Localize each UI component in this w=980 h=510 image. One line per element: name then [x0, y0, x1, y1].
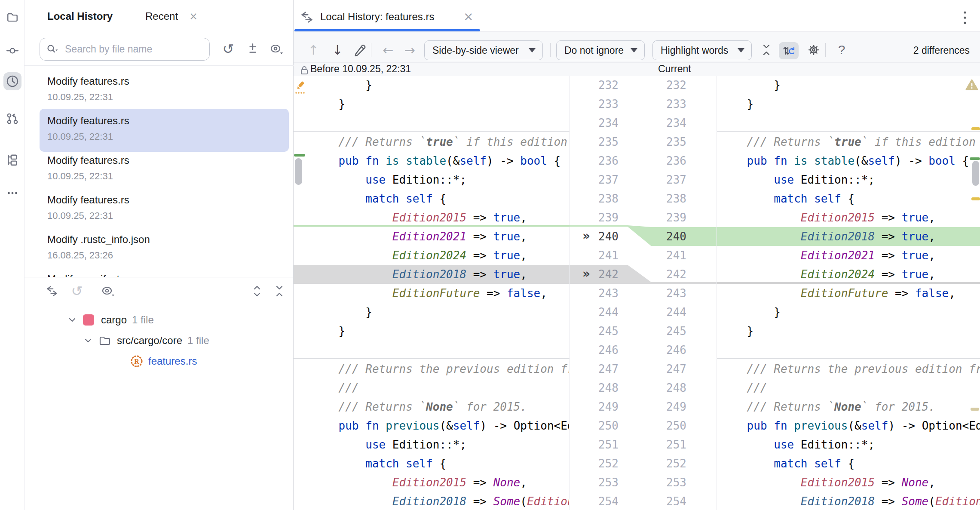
kebab-menu-icon[interactable]	[962, 10, 968, 28]
code-line: use Edition::*;	[717, 170, 980, 189]
tree-row[interactable]: cargo1 file	[67, 310, 154, 330]
toolbar-divider	[550, 43, 551, 57]
tab-local-history[interactable]: Local History	[47, 10, 113, 22]
ignore-policy-dropdown[interactable]: Do not ignore	[556, 40, 645, 60]
collapse-unchanged-icon[interactable]	[758, 41, 775, 58]
forward-icon[interactable]: →	[401, 41, 418, 58]
code-line: /// Returns `true` if this edition is st…	[294, 132, 569, 151]
search-placeholder: Search by file name	[65, 43, 152, 55]
line-number: 254	[658, 492, 686, 510]
right-scrollbar-thumb[interactable]	[972, 161, 979, 186]
before-code-pane[interactable]: } } /// Returns `true` if this edition i…	[294, 76, 570, 510]
viewer-mode-dropdown[interactable]: Side-by-side viewer	[424, 40, 543, 60]
back-icon[interactable]: ←	[380, 41, 397, 58]
change-stripe-green[interactable]	[294, 154, 305, 157]
tree-label: cargo	[101, 314, 127, 326]
code-line: use Edition::*;	[717, 435, 980, 454]
local-history-icon[interactable]	[3, 72, 21, 90]
apply-change-chevron[interactable]: »	[582, 265, 595, 284]
line-number: 248	[594, 378, 619, 397]
left-scrollbar-thumb[interactable]	[295, 158, 302, 185]
search-input[interactable]: Search by file name	[40, 38, 210, 61]
current-code-pane[interactable]: } } /// Returns `true` if this edition i…	[717, 76, 980, 510]
sync-scroll-toggle[interactable]	[779, 42, 799, 59]
changes-view-options-icon[interactable]	[100, 283, 116, 299]
tab-recent[interactable]: Recent	[145, 10, 178, 22]
chevron-down-icon[interactable]	[83, 336, 93, 345]
code-line	[717, 341, 980, 359]
editor-tab-title[interactable]: Local History: features.rs	[320, 11, 434, 23]
apply-change-chevron[interactable]: »	[582, 227, 595, 246]
chevron-down-icon[interactable]	[67, 315, 77, 325]
fold-separator[interactable]	[294, 131, 570, 132]
project-icon[interactable]	[3, 8, 21, 26]
structure-icon[interactable]	[3, 151, 21, 169]
revert-selected-icon[interactable]: ↺	[69, 283, 85, 299]
tree-badge: 1 file	[187, 335, 209, 347]
view-options-icon[interactable]	[268, 41, 285, 57]
editor-tab-bar: Local History: features.rs ×	[294, 0, 980, 32]
version-control-icon[interactable]	[3, 110, 21, 128]
line-number: 247	[594, 359, 619, 378]
code-line: Edition2018 => Some(Edition2015),	[294, 492, 569, 510]
revision-item[interactable]: Modify .rustc_info.json16.08.25, 23:26	[40, 227, 289, 270]
expand-all-icon[interactable]	[249, 283, 265, 299]
gear-icon[interactable]	[805, 41, 822, 58]
revision-item[interactable]: Modify features.rs10.09.25, 22:31	[40, 109, 289, 152]
modified-pencil-icon[interactable]	[294, 80, 307, 96]
ide-window: Local History Recent × Search by file na…	[0, 0, 980, 510]
code-line: Edition2015 => true,	[717, 208, 980, 227]
tab-recent-close-icon[interactable]: ×	[189, 10, 198, 22]
line-number: 237	[594, 170, 619, 189]
more-tool-windows-icon[interactable]	[3, 184, 21, 202]
tab-close-icon[interactable]: ×	[463, 9, 473, 24]
active-tab-indicator	[294, 29, 480, 31]
revision-item[interactable]: Modify manifest.rs	[40, 267, 289, 277]
code-line: Edition2021 => true,	[717, 246, 980, 265]
next-difference-icon[interactable]: ↓	[329, 41, 346, 58]
line-number: 241	[594, 246, 619, 265]
code-line: Edition2018 => true,	[294, 265, 569, 284]
code-line: Edition2024 => true,	[717, 265, 980, 284]
code-line	[717, 114, 980, 132]
help-icon[interactable]: ?	[833, 41, 850, 58]
code-line: Edition2015 => None,	[717, 473, 980, 492]
line-number: 233	[594, 95, 619, 114]
diff-icon[interactable]	[44, 283, 60, 299]
code-line: }	[294, 76, 569, 95]
revision-item[interactable]: Modify features.rs10.09.25, 22:31	[40, 188, 289, 231]
line-number: 240	[658, 227, 686, 246]
revert-icon[interactable]: ↺	[220, 41, 236, 57]
highlight-mode-label: Highlight words	[661, 45, 728, 56]
tree-row[interactable]: Rfeatures.rs	[115, 351, 197, 371]
line-number: 245	[594, 322, 619, 341]
code-line: match self {	[717, 454, 980, 473]
change-stripe-green[interactable]	[970, 157, 980, 160]
warning-stripe-yellow[interactable]	[971, 197, 980, 200]
warning-icon[interactable]	[965, 79, 978, 92]
code-line: match self {	[717, 189, 980, 208]
warning-stripe-yellow[interactable]	[971, 127, 980, 130]
code-line: Edition2021 => true,	[294, 227, 569, 246]
line-number: 244	[658, 303, 686, 322]
code-line	[294, 341, 569, 359]
fold-separator[interactable]	[294, 358, 570, 359]
revision-time: 10.09.25, 22:31	[47, 92, 113, 103]
create-patch-icon[interactable]	[245, 41, 261, 57]
line-number: 254	[594, 492, 619, 510]
commit-icon[interactable]	[3, 42, 21, 60]
line-number: 251	[658, 435, 686, 454]
line-number: 252	[594, 454, 619, 473]
tree-row[interactable]: src/cargo/core1 file	[83, 331, 209, 350]
search-icon	[46, 43, 59, 55]
highlight-mode-dropdown[interactable]: Highlight words	[652, 40, 752, 60]
toolbar-divider	[825, 43, 826, 57]
weak-warning-stripe[interactable]	[971, 408, 979, 411]
collapse-all-icon[interactable]	[271, 283, 288, 299]
revision-item[interactable]: Modify features.rs10.09.25, 22:31	[40, 69, 289, 112]
prev-difference-icon[interactable]: ↑	[305, 41, 322, 58]
edit-icon[interactable]	[351, 41, 368, 58]
line-number: 246	[594, 341, 619, 359]
revision-item[interactable]: Modify features.rs10.09.25, 22:31	[40, 148, 289, 191]
code-line: pub fn is_stable(&self) -> bool {	[294, 151, 569, 170]
